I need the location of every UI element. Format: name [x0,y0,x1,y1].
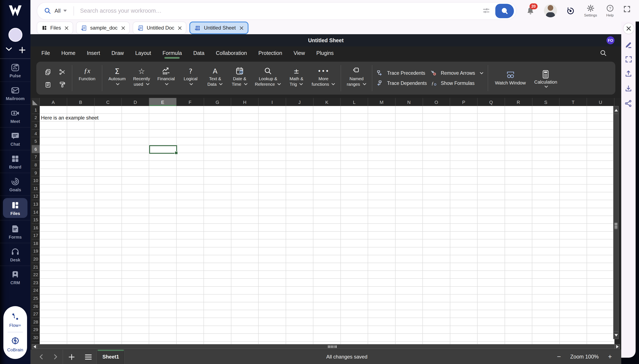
col-header-K[interactable]: K [313,98,341,106]
add-sheet-button[interactable] [63,354,80,360]
fullscreen-button[interactable] [623,5,631,13]
col-header-B[interactable]: B [67,98,95,106]
row-header-8[interactable]: 8 [32,161,40,169]
ribbon-function-button[interactable]: ƒx Function [75,62,99,94]
sidebar-item-board[interactable]: Board [0,150,31,173]
vertical-scroll-grip[interactable] [614,223,617,229]
remove-arrows-button[interactable]: Remove Arrows [430,70,483,77]
col-header-P[interactable]: P [450,98,478,106]
zoom-out-button[interactable]: − [557,353,561,360]
user-avatar[interactable] [544,4,557,17]
select-all-corner[interactable] [32,98,40,106]
ribbon-recently-used-button[interactable]: ☆Recentlyused [129,62,154,94]
sidebar-item-meet[interactable]: Meet [0,104,31,127]
sidebar-item-goals[interactable]: Goals [0,173,31,196]
ribbon-more-functions-button[interactable]: •••Morefunctions [309,62,338,94]
col-header-I[interactable]: I [259,98,286,106]
sidebar-item-crm[interactable]: CRM [0,266,31,288]
menu-item-formula[interactable]: Formula [162,47,182,60]
row-header-28[interactable]: 28 [32,318,40,326]
sheet-tab-sheet1[interactable]: Sheet1 [97,350,124,364]
row-header-16[interactable]: 16 [32,224,40,232]
col-header-S[interactable]: S [532,98,560,106]
col-header-G[interactable]: G [204,98,231,106]
share-button[interactable] [624,99,633,108]
row-header-30[interactable]: 30 [32,334,40,342]
col-header-E[interactable]: E [149,98,177,106]
scroll-down-button[interactable] [614,331,618,339]
ribbon-date-time-button[interactable]: Date &Time [227,62,252,94]
row-header-9[interactable]: 9 [32,169,40,177]
trace-dependents-button[interactable]: Trace Dependents [377,80,427,87]
sidebar-item-mailroom[interactable]: Mailroom [0,82,31,104]
row-header-5[interactable]: 5 [32,138,40,145]
close-document-button[interactable] [623,23,634,34]
sheet-list-button[interactable] [80,354,97,360]
cells-area[interactable]: Here is an example sheet [40,106,614,344]
ribbon-text-data-button[interactable]: AText &Data [203,62,227,94]
row-header-24[interactable]: 24 [32,286,40,294]
global-search[interactable]: All Search across your workroom… [37,2,516,20]
vertical-scrollbar[interactable] [613,106,619,339]
scroll-left-button[interactable] [32,344,37,349]
ribbon-logical-button[interactable]: ?Logical [178,62,203,94]
menu-item-collaboration[interactable]: Collaboration [216,47,247,60]
menu-search-icon[interactable] [600,50,607,56]
paste-button[interactable] [42,79,53,90]
col-header-R[interactable]: R [505,98,532,106]
sidebar-item-flow[interactable]: Flow+ [9,312,21,328]
menu-item-plugins[interactable]: Plugins [316,47,334,60]
copy-button[interactable] [42,66,53,77]
row-header-22[interactable]: 22 [32,271,40,279]
sidebar-item-cobrain[interactable]: CoBrain [7,336,23,352]
menu-item-data[interactable]: Data [193,47,205,60]
expand-view-button[interactable] [624,55,632,63]
search-filters-icon[interactable] [482,7,490,15]
col-header-C[interactable]: C [95,98,122,106]
menu-item-layout[interactable]: Layout [135,47,151,60]
col-header-Q[interactable]: Q [478,98,505,106]
col-header-D[interactable]: D [122,98,149,106]
scroll-right-button[interactable] [614,344,620,349]
row-header-3[interactable]: 3 [32,122,40,130]
col-header-A[interactable]: A [40,98,67,106]
close-tab-icon[interactable] [121,26,125,30]
trace-precedents-button[interactable]: Trace Precedents [377,70,427,77]
row-header-15[interactable]: 15 [32,216,40,224]
notifications-button[interactable]: 20 [526,6,535,16]
tab-untitled_doc[interactable]: wUntitled Doc [133,22,187,34]
horizontal-scroll-track[interactable] [37,344,614,349]
row-header-18[interactable]: 18 [32,240,40,247]
row-header-25[interactable]: 25 [32,294,40,302]
search-submit-button[interactable] [495,4,514,18]
row-header-20[interactable]: 20 [32,255,40,263]
row-header-4[interactable]: 4 [32,130,40,138]
col-header-O[interactable]: O [423,98,450,106]
row-header-26[interactable]: 26 [32,302,40,310]
row-header-11[interactable]: 11 [32,184,40,192]
sidebar-item-pulse[interactable]: Pulse [0,59,31,82]
scroll-up-button[interactable] [614,106,618,114]
calculation-button[interactable]: Calculation [530,62,561,94]
row-header-1[interactable]: 1 [32,106,40,114]
row-header-31[interactable]: 31 [32,342,40,344]
ribbon-math-trig-button[interactable]: ±Math &Trig [284,62,309,94]
row-header-6[interactable]: 6 [32,145,40,153]
menu-item-home[interactable]: Home [61,47,76,60]
next-sheet-button[interactable] [48,354,63,360]
settings-button[interactable]: Settings [584,4,597,17]
watch-window-button[interactable]: Watch Window [491,62,530,94]
row-header-27[interactable]: 27 [32,310,40,318]
show-formulas-button[interactable]: ƒ Show Formulas [430,80,483,87]
close-tab-icon[interactable] [240,26,243,30]
col-header-U[interactable]: U [587,98,614,106]
edit-pen-button[interactable] [624,40,633,49]
row-header-10[interactable]: 10 [32,177,40,184]
tab-untitled_sheet[interactable]: wUntitled Sheet [190,22,248,34]
row-header-21[interactable]: 21 [32,263,40,271]
active-cell-selection[interactable] [149,145,177,154]
tab-files[interactable]: Files [37,22,73,34]
horizontal-scroll-grip[interactable] [328,346,337,348]
ribbon-autosum-button[interactable]: ΣAutosum [105,62,129,94]
sidebar-item-chat[interactable]: Chat [0,127,31,150]
